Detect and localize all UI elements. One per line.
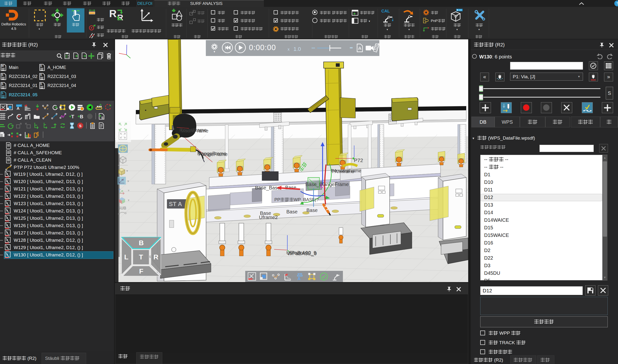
svg-text:S: S <box>40 82 42 85</box>
svg-text:S: S <box>1 82 3 85</box>
svg-text:T: T <box>71 114 74 119</box>
svg-text:S: S <box>40 73 42 76</box>
svg-text:B: B <box>139 239 144 247</box>
svg-text:M: M <box>1 64 4 67</box>
svg-text:T: T <box>139 253 143 261</box>
svg-text:Base: Base <box>286 209 298 214</box>
svg-text:Base: Base <box>306 208 318 213</box>
svg-text:PArmframe: PArmframe <box>332 169 354 174</box>
svg-text:L: L <box>124 253 128 261</box>
svg-text:S: S <box>40 64 42 67</box>
svg-text:P72: P72 <box>354 157 363 163</box>
svg-text:F: F <box>139 267 143 275</box>
svg-text:S: S <box>1 92 3 95</box>
svg-text:S: S <box>1 73 3 76</box>
svg-text:R: R <box>153 253 158 261</box>
svg-text:S: S <box>101 116 104 119</box>
svg-text:Uframe2: Uframe2 <box>259 215 278 220</box>
svg-text:A: A <box>17 106 20 110</box>
svg-text:WPaBASE_0: WPaBASE_0 <box>288 251 317 256</box>
svg-text:Base_BlangeFrame: Base_BlangeFrame <box>305 182 349 187</box>
svg-text:A: A <box>297 276 301 281</box>
svg-text:FlangeFrame: FlangeFrame <box>198 152 228 157</box>
svg-text:Base_Base: Base_Base <box>255 185 280 191</box>
svg-text:S: S <box>79 124 82 128</box>
svg-text:MountFrame: MountFrame <box>181 128 208 133</box>
svg-text:ST A: ST A <box>169 201 182 207</box>
svg-text:B: B <box>80 114 83 119</box>
